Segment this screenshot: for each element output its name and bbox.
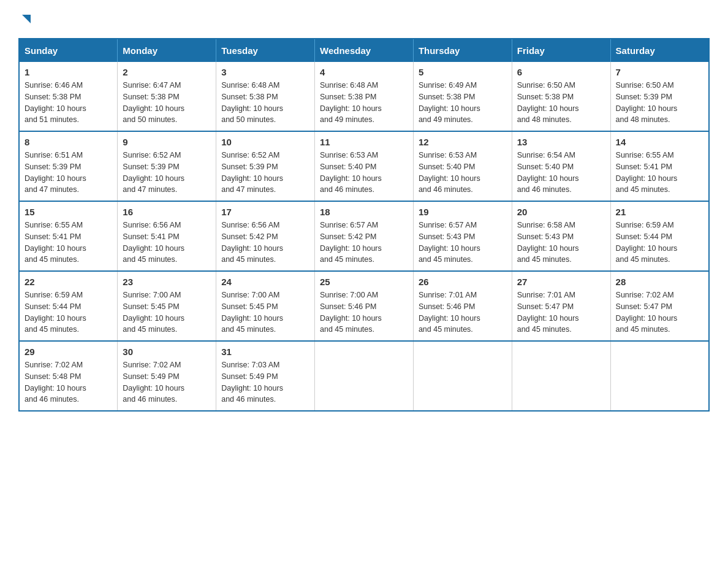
day-number: 31: [221, 347, 309, 357]
day-info: Sunrise: 6:47 AM Sunset: 5:38 PM Dayligh…: [123, 80, 211, 126]
day-info: Sunrise: 7:02 AM Sunset: 5:47 PM Dayligh…: [616, 289, 703, 335]
calendar-cell: 26 Sunrise: 7:01 AM Sunset: 5:46 PM Dayl…: [413, 271, 512, 341]
calendar-cell: 22 Sunrise: 6:59 AM Sunset: 5:44 PM Dayl…: [19, 271, 118, 341]
svg-marker-0: [22, 15, 31, 23]
calendar-cell: 9 Sunrise: 6:52 AM Sunset: 5:39 PM Dayli…: [118, 131, 216, 201]
calendar-cell: [413, 341, 512, 411]
day-number: 15: [25, 207, 112, 217]
day-info: Sunrise: 7:01 AM Sunset: 5:46 PM Dayligh…: [419, 289, 507, 335]
day-number: 12: [419, 137, 507, 147]
calendar-cell: 17 Sunrise: 6:56 AM Sunset: 5:42 PM Dayl…: [216, 201, 315, 271]
logo-triangle-icon: [20, 12, 33, 26]
day-number: 21: [616, 207, 703, 217]
day-number: 1: [25, 67, 112, 77]
day-info: Sunrise: 6:52 AM Sunset: 5:39 PM Dayligh…: [123, 150, 211, 196]
day-info: Sunrise: 6:59 AM Sunset: 5:44 PM Dayligh…: [25, 289, 112, 335]
calendar-cell: 28 Sunrise: 7:02 AM Sunset: 5:47 PM Dayl…: [610, 271, 709, 341]
day-number: 24: [221, 277, 309, 287]
day-number: 5: [419, 67, 507, 77]
day-number: 13: [517, 137, 605, 147]
calendar-cell: 12 Sunrise: 6:53 AM Sunset: 5:40 PM Dayl…: [413, 131, 512, 201]
calendar-header-monday: Monday: [118, 39, 216, 62]
day-number: 3: [221, 67, 309, 77]
calendar-cell: 23 Sunrise: 7:00 AM Sunset: 5:45 PM Dayl…: [118, 271, 216, 341]
calendar-cell: 10 Sunrise: 6:52 AM Sunset: 5:39 PM Dayl…: [216, 131, 315, 201]
calendar-cell: 24 Sunrise: 7:00 AM Sunset: 5:45 PM Dayl…: [216, 271, 315, 341]
day-info: Sunrise: 6:53 AM Sunset: 5:40 PM Dayligh…: [419, 150, 507, 196]
day-info: Sunrise: 6:52 AM Sunset: 5:39 PM Dayligh…: [221, 150, 309, 196]
day-number: 29: [25, 347, 112, 357]
calendar-week-row: 15 Sunrise: 6:55 AM Sunset: 5:41 PM Dayl…: [19, 201, 709, 271]
calendar-header-sunday: Sunday: [19, 39, 118, 62]
day-number: 26: [419, 277, 507, 287]
day-info: Sunrise: 6:46 AM Sunset: 5:38 PM Dayligh…: [25, 80, 112, 126]
calendar-cell: [610, 341, 709, 411]
day-info: Sunrise: 6:55 AM Sunset: 5:41 PM Dayligh…: [616, 150, 703, 196]
calendar-cell: 6 Sunrise: 6:50 AM Sunset: 5:38 PM Dayli…: [512, 62, 610, 131]
day-info: Sunrise: 6:56 AM Sunset: 5:41 PM Dayligh…: [123, 220, 211, 266]
day-number: 8: [25, 137, 112, 147]
day-info: Sunrise: 6:48 AM Sunset: 5:38 PM Dayligh…: [221, 80, 309, 126]
day-number: 19: [419, 207, 507, 217]
day-info: Sunrise: 6:50 AM Sunset: 5:38 PM Dayligh…: [517, 80, 605, 126]
day-number: 10: [221, 137, 309, 147]
calendar-cell: 3 Sunrise: 6:48 AM Sunset: 5:38 PM Dayli…: [216, 62, 315, 131]
calendar-cell: [315, 341, 414, 411]
calendar-cell: 31 Sunrise: 7:03 AM Sunset: 5:49 PM Dayl…: [216, 341, 315, 411]
calendar-cell: 13 Sunrise: 6:54 AM Sunset: 5:40 PM Dayl…: [512, 131, 610, 201]
day-info: Sunrise: 6:54 AM Sunset: 5:40 PM Dayligh…: [517, 150, 605, 196]
day-number: 11: [320, 137, 408, 147]
day-info: Sunrise: 7:03 AM Sunset: 5:49 PM Dayligh…: [221, 359, 309, 405]
day-info: Sunrise: 6:57 AM Sunset: 5:43 PM Dayligh…: [419, 220, 507, 266]
day-number: 4: [320, 67, 408, 77]
day-number: 14: [616, 137, 703, 147]
calendar-cell: [512, 341, 610, 411]
day-number: 16: [123, 207, 211, 217]
day-number: 7: [616, 67, 703, 77]
calendar-header-wednesday: Wednesday: [315, 39, 414, 62]
calendar-cell: 21 Sunrise: 6:59 AM Sunset: 5:44 PM Dayl…: [610, 201, 709, 271]
calendar-cell: 16 Sunrise: 6:56 AM Sunset: 5:41 PM Dayl…: [118, 201, 216, 271]
day-info: Sunrise: 7:02 AM Sunset: 5:49 PM Dayligh…: [123, 359, 211, 405]
calendar-table: SundayMondayTuesdayWednesdayThursdayFrid…: [18, 38, 710, 412]
day-info: Sunrise: 7:00 AM Sunset: 5:45 PM Dayligh…: [221, 289, 309, 335]
day-info: Sunrise: 6:57 AM Sunset: 5:42 PM Dayligh…: [320, 220, 408, 266]
day-info: Sunrise: 6:59 AM Sunset: 5:44 PM Dayligh…: [616, 220, 703, 266]
day-info: Sunrise: 7:01 AM Sunset: 5:47 PM Dayligh…: [517, 289, 605, 335]
calendar-week-row: 1 Sunrise: 6:46 AM Sunset: 5:38 PM Dayli…: [19, 62, 709, 131]
day-number: 6: [517, 67, 605, 77]
calendar-cell: 20 Sunrise: 6:58 AM Sunset: 5:43 PM Dayl…: [512, 201, 610, 271]
calendar-cell: 1 Sunrise: 6:46 AM Sunset: 5:38 PM Dayli…: [19, 62, 118, 131]
calendar-cell: 19 Sunrise: 6:57 AM Sunset: 5:43 PM Dayl…: [413, 201, 512, 271]
day-number: 9: [123, 137, 211, 147]
calendar-cell: 29 Sunrise: 7:02 AM Sunset: 5:48 PM Dayl…: [19, 341, 118, 411]
day-info: Sunrise: 6:56 AM Sunset: 5:42 PM Dayligh…: [221, 220, 309, 266]
calendar-header-row: SundayMondayTuesdayWednesdayThursdayFrid…: [19, 39, 709, 62]
day-number: 25: [320, 277, 408, 287]
day-info: Sunrise: 6:49 AM Sunset: 5:38 PM Dayligh…: [419, 80, 507, 126]
calendar-cell: 11 Sunrise: 6:53 AM Sunset: 5:40 PM Dayl…: [315, 131, 414, 201]
calendar-header-thursday: Thursday: [413, 39, 512, 62]
calendar-cell: 5 Sunrise: 6:49 AM Sunset: 5:38 PM Dayli…: [413, 62, 512, 131]
calendar-week-row: 29 Sunrise: 7:02 AM Sunset: 5:48 PM Dayl…: [19, 341, 709, 411]
logo: [18, 12, 37, 26]
calendar-week-row: 8 Sunrise: 6:51 AM Sunset: 5:39 PM Dayli…: [19, 131, 709, 201]
day-number: 22: [25, 277, 112, 287]
day-number: 18: [320, 207, 408, 217]
day-info: Sunrise: 6:48 AM Sunset: 5:38 PM Dayligh…: [320, 80, 408, 126]
calendar-cell: 14 Sunrise: 6:55 AM Sunset: 5:41 PM Dayl…: [610, 131, 709, 201]
day-info: Sunrise: 6:53 AM Sunset: 5:40 PM Dayligh…: [320, 150, 408, 196]
page-header: [18, 12, 710, 26]
calendar-cell: 15 Sunrise: 6:55 AM Sunset: 5:41 PM Dayl…: [19, 201, 118, 271]
calendar-header-saturday: Saturday: [610, 39, 709, 62]
day-number: 2: [123, 67, 211, 77]
day-info: Sunrise: 6:58 AM Sunset: 5:43 PM Dayligh…: [517, 220, 605, 266]
day-info: Sunrise: 6:51 AM Sunset: 5:39 PM Dayligh…: [25, 150, 112, 196]
calendar-cell: 18 Sunrise: 6:57 AM Sunset: 5:42 PM Dayl…: [315, 201, 414, 271]
calendar-week-row: 22 Sunrise: 6:59 AM Sunset: 5:44 PM Dayl…: [19, 271, 709, 341]
day-info: Sunrise: 6:50 AM Sunset: 5:39 PM Dayligh…: [616, 80, 703, 126]
calendar-cell: 27 Sunrise: 7:01 AM Sunset: 5:47 PM Dayl…: [512, 271, 610, 341]
day-number: 20: [517, 207, 605, 217]
calendar-cell: 7 Sunrise: 6:50 AM Sunset: 5:39 PM Dayli…: [610, 62, 709, 131]
day-number: 17: [221, 207, 309, 217]
